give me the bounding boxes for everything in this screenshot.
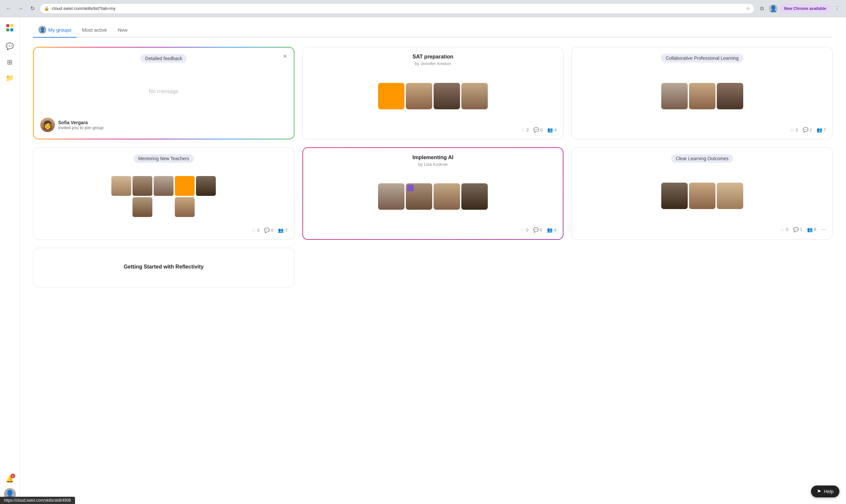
more-options-button[interactable]: ⋮ — [832, 4, 842, 14]
card-subtitle-ai: by Lisa Kudrow — [310, 162, 557, 167]
comment-icon-clear: 💬 — [793, 227, 799, 232]
ai-collage — [378, 183, 488, 210]
card-footer-mentoring: ☆ 0 💬 0 👥 7 — [40, 228, 287, 233]
collab-stars: ☆ 3 — [790, 127, 798, 132]
card-title-ai: Implementing AI — [310, 155, 557, 161]
clear-img-1 — [661, 183, 688, 209]
tabs-bar: 👤 My groups Most active New — [33, 17, 833, 38]
sidebar-bottom: 🔔 2 👤 — [3, 472, 17, 500]
address-bar[interactable]: 🔒 cloud.swivl.com/skills/list?tab=my ☆ — [40, 3, 755, 14]
ai-stars: ☆ 0 — [521, 227, 528, 233]
mentor-img-2 — [133, 176, 152, 196]
url-text: cloud.swivl.com/skills/list?tab=my — [52, 6, 743, 11]
members-icon-mentoring: 👥 — [278, 228, 284, 233]
collab-members: 👥 7 — [816, 127, 826, 132]
card-footer-collab: ☆ 3 💬 2 👥 7 — [578, 127, 826, 132]
sidebar-item-grid[interactable]: ⊞ — [3, 55, 17, 69]
notification-bell-button[interactable]: 🔔 2 — [3, 472, 17, 486]
mentoring-members: 👥 7 — [278, 228, 287, 233]
invite-text-block: Sofia Vergara invited you to join group — [58, 120, 103, 130]
app-layout: 💬 ⊞ 📁 🔔 2 👤 👤 My groups Most — [0, 17, 846, 504]
clear-collage — [661, 183, 743, 209]
toolbar-icons: ⧉ 👤 New Chrome available ⋮ — [757, 4, 842, 14]
forward-button[interactable]: → — [16, 4, 25, 13]
user-profile-button[interactable]: 👤 — [768, 4, 778, 14]
card-detailed-feedback[interactable]: Detailed feedback ✕ No message 👩 Sofia V… — [33, 47, 295, 139]
members-icon-ai: 👥 — [547, 227, 552, 233]
extensions-icon[interactable]: ⧉ — [757, 4, 767, 14]
star-icon-mentoring: ☆ — [251, 228, 256, 233]
card-images-clear — [578, 171, 826, 221]
card-sat-preparation[interactable]: SAT preparation by Jennifer Aniston ☆ 2 — [302, 47, 564, 139]
folder-icon: 📁 — [6, 74, 14, 82]
main-content: 👤 My groups Most active New Detailed fee… — [20, 17, 846, 504]
logo-dot-red — [6, 24, 9, 27]
members-icon-clear: 👥 — [807, 227, 813, 232]
no-message-text: No message — [40, 71, 287, 112]
help-button[interactable]: ⚑ Help — [811, 486, 840, 498]
tab-my-groups-avatar: 👤 — [38, 26, 46, 34]
comment-icon-ai: 💬 — [533, 227, 539, 233]
card-getting-started[interactable]: Getting Started with Reflectivity — [33, 248, 295, 287]
sidebar-item-folder[interactable]: 📁 — [3, 71, 17, 85]
more-button-clear[interactable]: ··· — [821, 226, 826, 233]
star-icon: ☆ — [521, 127, 525, 132]
status-bar: https://cloud.swivl.com/skills/skill/490… — [0, 497, 75, 504]
collab-collage — [661, 83, 743, 109]
invite-avatar: 👩 — [40, 118, 55, 132]
sat-stars: ☆ 2 — [521, 127, 529, 132]
cards-grid: Detailed feedback ✕ No message 👩 Sofia V… — [33, 47, 833, 240]
logo-dot-green — [6, 29, 9, 31]
card-images-collab — [578, 70, 826, 122]
mentoring-stars: ☆ 0 — [251, 228, 260, 233]
bookmark-icon[interactable]: ☆ — [746, 6, 750, 11]
card-tag-detailed-feedback: Detailed feedback — [140, 54, 187, 63]
sat-members: 👥 4 — [547, 127, 557, 132]
card-footer-ai: ☆ 0 💬 0 👥 4 — [310, 227, 557, 233]
sidebar-item-chat[interactable]: 💬 — [3, 40, 17, 53]
collab-img-2 — [689, 83, 716, 109]
comment-icon: 💬 — [533, 127, 539, 132]
collab-img-1 — [661, 83, 688, 109]
ai-members: 👥 4 — [547, 227, 556, 233]
clear-members: 👥 8 — [807, 227, 816, 232]
invite-action: invited you to join group — [58, 125, 103, 130]
logo[interactable] — [3, 21, 17, 34]
card-implementing-ai[interactable]: Implementing AI by Lisa Kudrow — [302, 147, 564, 240]
collab-img-3 — [717, 83, 743, 109]
card-collaborative[interactable]: Collaborative Professional Learning ☆ 3 — [571, 47, 833, 139]
reload-button[interactable]: ↻ — [28, 4, 37, 13]
tab-my-groups[interactable]: 👤 My groups — [33, 22, 77, 38]
card-clear-learning[interactable]: Clear Learning Outcomes ☆ 0 — [571, 147, 833, 240]
tab-new[interactable]: New — [112, 24, 133, 37]
card-subtitle-sat: by Jennifer Aniston — [309, 61, 557, 66]
card-tag-mentoring: Mentoring New Teachers — [134, 154, 194, 163]
chat-icon: 💬 — [6, 42, 14, 50]
status-url: https://cloud.swivl.com/skills/skill/490… — [4, 498, 71, 503]
mentor-img-4 — [175, 176, 195, 196]
ai-img-3 — [434, 183, 460, 210]
card-title-sat: SAT preparation — [309, 54, 557, 60]
invite-section: 👩 Sofia Vergara invited you to join grou… — [40, 112, 287, 132]
sat-img-2 — [406, 83, 432, 109]
close-button-detailed-feedback[interactable]: ✕ — [281, 52, 289, 60]
new-chrome-button[interactable]: New Chrome available — [779, 4, 831, 13]
card-tag-wrapper: Detailed feedback — [40, 54, 287, 67]
tab-most-active[interactable]: Most active — [77, 24, 112, 37]
help-icon: ⚑ — [817, 489, 821, 494]
members-icon-collab: 👥 — [816, 127, 822, 132]
star-icon-collab: ☆ — [790, 127, 794, 132]
help-label: Help — [824, 489, 833, 494]
mentor-gap — [154, 197, 174, 217]
mentor-img-5 — [196, 176, 216, 196]
back-button[interactable]: ← — [4, 4, 13, 13]
card-mentoring[interactable]: Mentoring New Teachers — [33, 147, 295, 240]
cards-grid-row3: Getting Started with Reflectivity — [33, 248, 833, 287]
mentor-img-1 — [111, 176, 131, 196]
card-tag-wrapper-collab: Collaborative Professional Learning — [578, 54, 826, 66]
ai-purple-badge — [407, 185, 414, 191]
members-icon: 👥 — [547, 127, 553, 132]
star-icon-ai: ☆ — [521, 227, 525, 233]
mentoring-collage — [111, 176, 216, 217]
ai-img-2 — [406, 183, 432, 210]
